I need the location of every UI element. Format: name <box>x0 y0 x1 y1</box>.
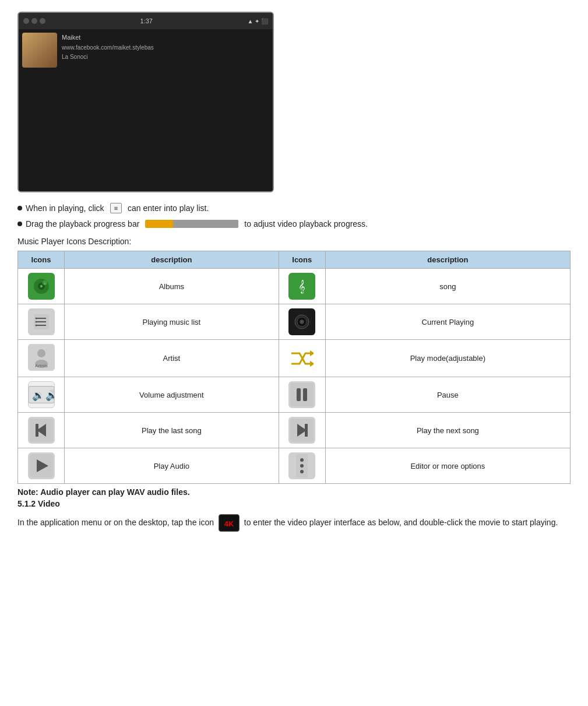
bullet-2-text-before: Drag the playback progress bar <box>26 219 139 229</box>
desc-editor: Editor or more options <box>325 448 570 484</box>
desc-artist: Artist <box>65 340 279 377</box>
desc-playing-music-list: Playing music list <box>65 304 279 340</box>
icon-cell-play-mode <box>279 340 325 377</box>
svg-rect-30 <box>303 388 307 401</box>
desc-prev-song: Play the last song <box>65 413 279 448</box>
table-row: Artists Artist Play mode(adjustable) <box>18 340 571 377</box>
prev-song-icon <box>28 417 55 444</box>
desc-next-song: Play the next song <box>325 413 570 448</box>
phone-dots <box>23 18 45 24</box>
bullet-2-text-after: to adjust video playback progress. <box>244 219 368 229</box>
phone-status-icons: ▲ ✦ ⬛ <box>248 18 268 24</box>
phone-time: 1:37 <box>140 17 153 24</box>
svg-rect-28 <box>290 383 314 406</box>
section-512-label: 5.1.2 Video <box>17 499 571 508</box>
svg-point-13 <box>35 325 37 326</box>
bullet-1: When in playing, click ≡ can enter into … <box>17 203 571 213</box>
header-desc-1: description <box>65 251 279 269</box>
current-playing-icon <box>288 308 315 335</box>
editor-icon <box>288 452 315 479</box>
note-section: Note: Audio player can play WAV audio fi… <box>17 487 571 508</box>
svg-point-41 <box>300 464 304 468</box>
svg-marker-24 <box>310 361 314 367</box>
icons-table: Icons description Icons description ♪ <box>17 251 571 484</box>
video-4k-icon: 4K <box>219 514 240 532</box>
video-text-after: to enter the video player interface as b… <box>244 518 558 527</box>
icon-cell-playlist <box>18 304 65 340</box>
svg-text:𝄞: 𝄞 <box>298 280 305 294</box>
desc-volume: Volume adjustment <box>65 377 279 413</box>
svg-text:🔉: 🔉 <box>31 389 44 402</box>
desc-song: song <box>325 269 570 304</box>
icon-cell-pause <box>279 377 325 413</box>
volume-icon: 🔉 🔊 <box>28 381 55 408</box>
note-bold-text: Note: Audio player can play WAV audio fi… <box>17 487 571 497</box>
svg-rect-29 <box>297 388 301 401</box>
desc-play-audio: Play Audio <box>65 448 279 484</box>
desc-pause: Pause <box>325 377 570 413</box>
icon-cell-play-audio <box>18 448 65 484</box>
icon-cell-editor <box>279 448 325 484</box>
svg-point-42 <box>300 470 304 473</box>
bullet-dot-1 <box>17 206 22 210</box>
phone-top-bar: 1:37 ▲ ✦ ⬛ <box>19 13 273 29</box>
svg-text:Artists: Artists <box>34 363 47 368</box>
playlist-icon-inline: ≡ <box>110 203 122 213</box>
section-title: Music Player Icons Description: <box>17 237 571 246</box>
bullet-1-text-before: When in playing, click <box>26 203 104 213</box>
phone-mockup: 1:37 ▲ ✦ ⬛ Maiket www.facebook.com/maike… <box>17 12 274 192</box>
svg-rect-33 <box>36 424 38 437</box>
video-text-before: In the application menu or on the deskto… <box>17 518 216 527</box>
desc-current-playing: Current Playing <box>325 304 570 340</box>
song-info-text: Maiket www.facebook.com/maiket.stylebas … <box>62 33 154 62</box>
albums-icon: ♪ <box>28 273 55 300</box>
phone-screenshot: 1:37 ▲ ✦ ⬛ Maiket www.facebook.com/maike… <box>17 12 571 192</box>
svg-point-2 <box>40 285 43 287</box>
icon-cell-artist: Artists <box>18 340 65 377</box>
bullet-1-text-after: can enter into play list. <box>128 203 209 213</box>
table-row: Playing music list Current Playing <box>18 304 571 340</box>
svg-point-18 <box>301 321 302 322</box>
phone-blank-area <box>19 146 273 192</box>
icon-cell-next <box>279 413 325 448</box>
svg-text:🔊: 🔊 <box>45 389 54 402</box>
bullet-2: Drag the playback progress bar to adjust… <box>17 219 571 229</box>
svg-point-40 <box>300 458 304 462</box>
next-song-icon <box>288 417 315 444</box>
desc-play-mode: Play mode(adjustable) <box>325 340 570 377</box>
artist-icon: Artists <box>28 344 55 371</box>
desc-albums: Albums <box>65 269 279 304</box>
pause-icon <box>288 381 315 408</box>
svg-point-20 <box>37 349 45 357</box>
table-row: Play the last song Play the next song <box>18 413 571 448</box>
header-icons-1: Icons <box>18 251 65 269</box>
song-thumbnail <box>22 33 57 68</box>
header-desc-2: description <box>325 251 570 269</box>
table-header-row: Icons description Icons description <box>18 251 571 269</box>
table-row: 🔉 🔊 Volume adjustment Pause <box>18 377 571 413</box>
bullet-dot-2 <box>17 222 22 226</box>
icon-cell-song: 𝄞 <box>279 269 325 304</box>
header-icons-2: Icons <box>279 251 325 269</box>
icon-cell-albums: ♪ <box>18 269 65 304</box>
svg-text:4K: 4K <box>224 519 234 528</box>
video-section-text: In the application menu or on the deskto… <box>17 514 571 532</box>
playlist-icon <box>28 308 55 335</box>
song-icon: 𝄞 <box>288 273 315 300</box>
svg-point-12 <box>35 321 37 323</box>
phone-content-area: Maiket www.facebook.com/maiket.stylebas … <box>19 29 273 146</box>
table-row: Play Audio Editor or more options <box>18 448 571 484</box>
play-audio-icon <box>28 452 55 479</box>
icon-cell-prev <box>18 413 65 448</box>
icon-cell-volume: 🔉 🔊 <box>18 377 65 413</box>
icon-cell-current-playing <box>279 304 325 340</box>
svg-rect-36 <box>305 424 308 437</box>
bullets-section: When in playing, click ≡ can enter into … <box>17 203 571 229</box>
play-mode-icon <box>288 345 315 372</box>
table-row: ♪ Albums 𝄞 song <box>18 269 571 304</box>
svg-marker-23 <box>310 350 314 356</box>
progress-bar-inline <box>145 220 238 228</box>
svg-point-11 <box>35 318 37 319</box>
